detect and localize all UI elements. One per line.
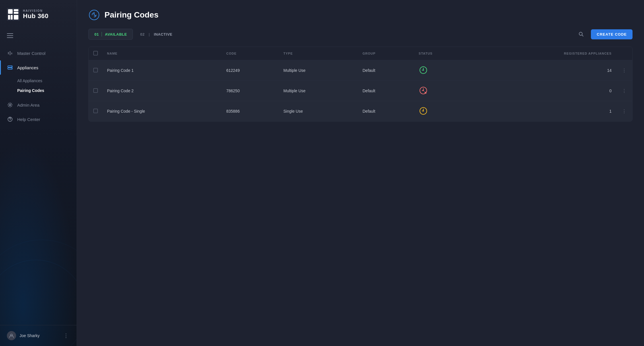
actions: CREATE CODE (576, 29, 633, 39)
sidebar-item-all-appliances[interactable]: All Appliances (0, 76, 77, 86)
row2-status (414, 81, 472, 101)
header-actions-cell (616, 47, 632, 60)
svg-point-13 (10, 120, 10, 121)
sidebar-item-master-control-label: Master Control (17, 51, 45, 56)
header-group: GROUP (358, 47, 414, 60)
row3-name: Pairing Code - Single (102, 101, 222, 122)
table-body: Pairing Code 1 612249 Multiple Use Defau… (89, 60, 632, 122)
page-header-icon (88, 9, 100, 21)
header-name: NAME (102, 47, 222, 60)
row3-type: Single Use (279, 101, 358, 122)
row2-name: Pairing Code 2 (102, 81, 222, 101)
svg-rect-1 (8, 9, 13, 14)
help-icon (7, 116, 13, 122)
svg-point-16 (579, 32, 582, 35)
tabs: 01 AVAILABLE 02 | INACTIVE (88, 29, 179, 40)
svg-rect-2 (14, 9, 18, 11)
search-button[interactable] (576, 29, 586, 39)
row2-actions-cell: ⋮ (616, 81, 632, 101)
sidebar-item-help-center-label: Help Center (17, 117, 40, 122)
logo-icon (7, 8, 20, 21)
svg-point-11 (9, 104, 11, 106)
row2-more-button[interactable]: ⋮ (621, 87, 628, 94)
svg-rect-3 (14, 12, 18, 14)
create-code-button[interactable]: CREATE CODE (591, 29, 633, 39)
brand-name: HAIVISION (23, 9, 49, 12)
svg-point-18 (423, 70, 424, 71)
row2-code: 786250 (222, 81, 279, 101)
nav-items: Master Control Appliances All Appliances… (0, 44, 77, 325)
row1-status-icon (419, 66, 428, 75)
row2-checkbox-cell (89, 81, 102, 101)
logo-area: HAIVISION Hub 360 (0, 0, 77, 30)
row2-registered: 0 (472, 81, 616, 101)
pairing-codes-table: NAME CODE TYPE GROUP STATUS REGISTERED A… (89, 47, 632, 121)
product-name: Hub 360 (23, 12, 49, 20)
main-content: Pairing Codes 01 AVAILABLE 02 | INACTIVE (77, 0, 644, 346)
row2-status-icon (419, 86, 428, 95)
appliances-icon (7, 64, 13, 71)
sidebar-item-help-center[interactable]: Help Center (0, 112, 77, 126)
row3-checkbox-cell (89, 101, 102, 122)
table-row: Pairing Code - Single 835886 Single Use … (89, 101, 632, 122)
sidebar-item-appliances[interactable]: Appliances (0, 60, 77, 75)
row3-actions-cell: ⋮ (616, 101, 632, 122)
logo-text: HAIVISION Hub 360 (23, 9, 49, 20)
row3-code: 835886 (222, 101, 279, 122)
sidebar-footer: Joe Sharky ⋮ (0, 325, 77, 346)
svg-rect-5 (11, 15, 13, 20)
sub-nav: All Appliances Pairing Codes (0, 75, 77, 98)
hamburger-icon (7, 33, 13, 38)
admin-icon (7, 102, 13, 108)
svg-rect-4 (8, 15, 10, 20)
page-title: Pairing Codes (104, 10, 158, 20)
tab-available-divider (102, 32, 102, 36)
row3-status-icon (419, 106, 428, 116)
row2-group: Default (358, 81, 414, 101)
sidebar-item-admin-area-label: Admin Area (17, 103, 40, 107)
tab-available-num: 01 (94, 32, 99, 36)
row3-registered: 1 (472, 101, 616, 122)
row1-checkbox[interactable] (93, 68, 98, 72)
svg-point-10 (11, 68, 12, 69)
row1-type: Multiple Use (279, 60, 358, 81)
sidebar: HAIVISION Hub 360 Master Control (0, 0, 77, 346)
svg-point-20 (423, 90, 424, 91)
row3-group: Default (358, 101, 414, 122)
select-all-checkbox[interactable] (93, 51, 98, 55)
row1-code: 612249 (222, 60, 279, 81)
row1-group: Default (358, 60, 414, 81)
tab-available[interactable]: 01 AVAILABLE (88, 29, 133, 40)
tab-inactive[interactable]: 02 | INACTIVE (134, 29, 178, 40)
user-avatar (7, 331, 16, 340)
table-row: Pairing Code 1 612249 Multiple Use Defau… (89, 60, 632, 81)
user-menu-button[interactable]: ⋮ (62, 331, 70, 340)
row3-status (414, 101, 472, 122)
row3-more-button[interactable]: ⋮ (621, 108, 628, 115)
tab-inactive-label: INACTIVE (154, 32, 172, 36)
header-status: STATUS (414, 47, 472, 60)
sidebar-item-pairing-codes[interactable]: Pairing Codes (0, 86, 77, 95)
svg-point-9 (11, 66, 12, 67)
row1-registered: 14 (472, 60, 616, 81)
row3-checkbox[interactable] (93, 109, 98, 113)
row1-checkbox-cell (89, 60, 102, 81)
row2-type: Multiple Use (279, 81, 358, 101)
table-header: NAME CODE TYPE GROUP STATUS REGISTERED A… (89, 47, 632, 60)
table-container: NAME CODE TYPE GROUP STATUS REGISTERED A… (88, 47, 633, 122)
sidebar-item-admin-area[interactable]: Admin Area (0, 98, 77, 112)
svg-point-24 (423, 110, 424, 112)
header-code: CODE (222, 47, 279, 60)
row1-more-button[interactable]: ⋮ (621, 67, 628, 74)
tab-available-label: AVAILABLE (105, 32, 127, 36)
master-control-icon (7, 50, 13, 56)
svg-rect-6 (14, 15, 18, 20)
row2-checkbox[interactable] (93, 88, 98, 93)
table-row: Pairing Code 2 786250 Multiple Use Defau… (89, 81, 632, 101)
sidebar-item-master-control[interactable]: Master Control (0, 46, 77, 60)
sidebar-item-appliances-label: Appliances (17, 65, 38, 70)
tabs-and-actions: 01 AVAILABLE 02 | INACTIVE CREATE CODE (77, 29, 644, 47)
hamburger-button[interactable] (0, 30, 77, 44)
row1-actions-cell: ⋮ (616, 60, 632, 81)
header-registered: REGISTERED APPLIANCES (472, 47, 616, 60)
